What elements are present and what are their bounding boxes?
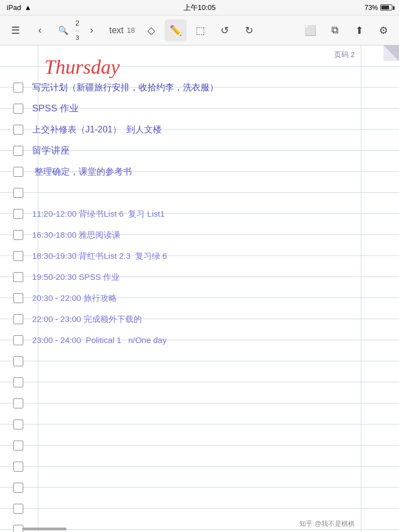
status-left: iPad ▲ [7, 3, 32, 12]
eraser-icon: ◇ [147, 24, 155, 37]
search-icon: 🔍 [58, 25, 69, 35]
next-page-button[interactable]: › [80, 19, 103, 42]
list-item: 写完计划（新疆旅行安排，收拾约李，洗衣服） [0, 77, 399, 98]
list-item: SPSS 作业 [0, 98, 399, 119]
note-text-2: SPSS 作业 [32, 103, 79, 114]
checkbox-3[interactable] [13, 125, 23, 135]
note-text-5: 整理确定，课堂的参考书 [32, 166, 132, 177]
battery-icon [380, 4, 392, 11]
redo-icon: ↻ [245, 24, 253, 37]
scroll-indicator[interactable] [22, 528, 66, 530]
ipad-label: iPad [7, 3, 21, 12]
checkbox-2[interactable] [13, 104, 23, 114]
checkbox-19[interactable] [13, 462, 23, 472]
battery-percent: 73% [365, 4, 378, 12]
chevron-left-icon: ‹ [38, 24, 42, 36]
checkbox-18[interactable] [13, 441, 23, 451]
note-text-13: 23:00 - 24:00 Political 1 n/One day [32, 335, 167, 345]
note-text-3: 上交补修表（J1-201） 到人文楼 [32, 124, 162, 135]
page-navigation: ‹ 🔍 2 ─ 3 › [29, 19, 103, 42]
page-number-label: 页码 2 [334, 50, 355, 60]
list-item: 22:00 - 23:00 完成额外下载的 [0, 309, 399, 330]
checkbox-13[interactable] [13, 335, 23, 345]
share-button[interactable]: ⬆ [348, 19, 370, 42]
status-right: 73% [365, 4, 392, 12]
frame-button[interactable]: ⬜ [299, 19, 321, 42]
duplicate-button[interactable]: ⧉ [324, 19, 346, 42]
current-page: 2 [75, 19, 79, 28]
list-item: 18:30-19:30 背红书List 2.3 复习绿 6 [0, 245, 399, 267]
checkbox-1[interactable] [13, 83, 23, 93]
list-item-empty [0, 435, 399, 456]
checkbox-8[interactable] [13, 230, 23, 240]
search-button[interactable]: 🔍 [52, 19, 74, 42]
status-time: 上午10:05 [183, 3, 216, 13]
gear-icon: ⚙ [379, 24, 388, 37]
note-text-7: 11:20-12:00 背绿书List 6 复习 List1 [32, 209, 165, 219]
checkbox-16[interactable] [13, 398, 23, 408]
chevron-right-icon: › [90, 24, 93, 36]
notebook-title: Thursday [44, 55, 120, 79]
checkbox-15[interactable] [13, 377, 23, 387]
notebook: 页码 2 Thursday 写完计划（新疆旅行安排，收拾约李，洗衣服） SPSS… [0, 45, 399, 532]
page-info: 2 ─ 3 [75, 19, 79, 42]
list-item: 19:50-20:30 SPSS 作业 [0, 267, 399, 288]
note-text-8: 16:30-18:00 雅思阅读课 [32, 230, 120, 240]
selection-icon: ⬚ [196, 24, 205, 37]
undo-button[interactable]: ↺ [213, 19, 236, 42]
checkbox-10[interactable] [13, 272, 23, 282]
selection-button[interactable]: ⬚ [189, 19, 211, 42]
checkbox-6[interactable] [13, 188, 23, 198]
redo-button[interactable]: ↻ [238, 19, 260, 42]
frame-icon: ⬜ [304, 24, 316, 37]
pen-button[interactable]: ✏️ [165, 19, 187, 42]
share-icon: ⬆ [355, 24, 364, 37]
rows-container: 写完计划（新疆旅行安排，收拾约李，洗衣服） SPSS 作业 上交补修表（J1-2… [0, 77, 399, 532]
list-item-empty [0, 393, 399, 414]
status-bar: iPad ▲ 上午10:05 73% [0, 0, 399, 16]
note-text-11: 20:30 - 22:00 旅行攻略 [32, 293, 117, 303]
prev-page-button[interactable]: ‹ [29, 19, 51, 42]
list-item: 整理确定，课堂的参考书 [0, 161, 399, 182]
checkbox-11[interactable] [13, 293, 23, 303]
settings-button[interactable]: ⚙ [372, 19, 395, 42]
list-item: 11:20-12:00 背绿书List 6 复习 List1 [0, 203, 399, 224]
note-text-12: 22:00 - 23:00 完成额外下载的 [32, 314, 142, 324]
list-item: 16:30-18:00 雅思阅读课 [0, 224, 399, 245]
list-item-empty [0, 372, 399, 393]
checkbox-21[interactable] [13, 504, 23, 514]
checkbox-4[interactable] [13, 146, 23, 156]
checkbox-7[interactable] [13, 209, 23, 219]
list-item-empty [0, 182, 399, 203]
pen-icon: ✏️ [170, 24, 182, 37]
list-item: 20:30 - 22:00 旅行攻略 [0, 288, 399, 309]
list-item-empty [0, 456, 399, 477]
note-text-9: 18:30-19:30 背红书List 2.3 复习绿 6 [32, 251, 167, 261]
list-item-empty [0, 414, 399, 435]
list-item-empty [0, 351, 399, 372]
sidebar-toggle-button[interactable]: ☰ [4, 19, 27, 42]
checkbox-20[interactable] [13, 483, 23, 493]
note-text-1: 写完计划（新疆旅行安排，收拾约李，洗衣服） [32, 82, 218, 93]
toolbar: ☰ ‹ 🔍 2 ─ 3 › text 18 ◇ ✏️ ⬚ ↺ ↻ ⬜ [0, 16, 399, 45]
list-item-empty [0, 477, 399, 498]
total-pages: 3 [76, 34, 79, 42]
note-text-10: 19:50-20:30 SPSS 作业 [32, 272, 120, 282]
checkbox-17[interactable] [13, 420, 23, 429]
checkbox-14[interactable] [13, 356, 23, 366]
checkbox-12[interactable] [13, 314, 23, 324]
note-text-4: 留学讲座 [32, 145, 70, 156]
eraser-button[interactable]: ◇ [140, 19, 162, 42]
page-separator: ─ [75, 28, 79, 34]
attribution-label: 知乎 @我不是棋棋 [299, 519, 355, 529]
text-tool-label: text [109, 25, 124, 35]
font-size-value: 18 [127, 26, 138, 34]
list-item-empty [0, 498, 399, 519]
list-item: 23:00 - 24:00 Political 1 n/One day [0, 330, 399, 351]
wifi-icon: ▲ [24, 3, 32, 12]
list-item: 留学讲座 [0, 140, 399, 161]
checkbox-5[interactable] [13, 167, 23, 177]
checkbox-9[interactable] [13, 251, 23, 261]
undo-icon: ↺ [221, 24, 229, 37]
folded-corner [383, 45, 399, 61]
